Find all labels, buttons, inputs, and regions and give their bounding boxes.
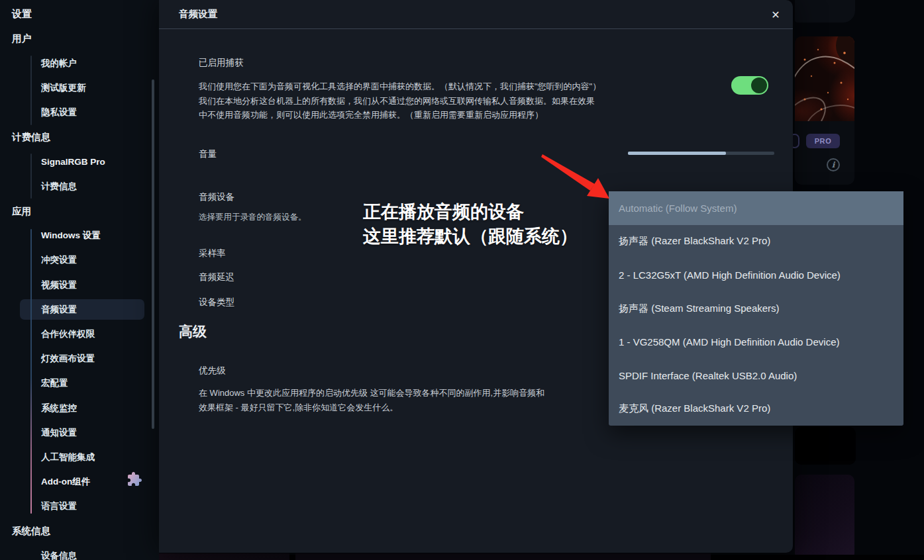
annotation-text: 正在播放音频的设备 这里推荐默认（跟随系统） [363, 200, 578, 249]
capture-enabled-label: 已启用捕获 [199, 57, 244, 69]
sidebar-item-notification-settings[interactable]: 通知设置 [0, 420, 159, 445]
sidebar-item-ai-integration[interactable]: 人工智能集成 [0, 445, 159, 469]
volume-slider-fill [628, 152, 726, 155]
sidebar-group-line-app [30, 229, 32, 514]
sidebar-item-lighting-canvas[interactable]: 灯效画布设置 [0, 347, 159, 371]
sidebar-section-app: 应用 [0, 199, 159, 224]
capture-description: 我们使用您在下面为音频可视化工具选择的界面中捕获的数据。（默认情况下，我们捕获"… [199, 79, 633, 122]
sidebar-item-device-info[interactable]: 设备信息 [0, 543, 159, 560]
annotation-arrow-icon [534, 152, 613, 207]
puzzle-icon [127, 471, 142, 487]
volume-label: 音量 [199, 148, 217, 160]
audio-latency-label: 音频延迟 [199, 271, 234, 283]
sidebar-item-signalrgb-pro[interactable]: SignalRGB Pro [0, 150, 159, 174]
sidebar-item-audio-settings[interactable]: 音频设置 [20, 299, 144, 320]
dialog-title: 音频设置 [179, 0, 217, 28]
sidebar-item-my-account[interactable]: 我的帐户 [0, 51, 159, 75]
sidebar-item-conflict-settings[interactable]: 冲突设置 [0, 248, 159, 273]
sidebar-section-system-info: 系统信息 [0, 519, 159, 543]
effect-preview-art [795, 36, 854, 121]
dialog-header: 音频设置 ✕ [159, 0, 793, 29]
volume-slider[interactable] [628, 152, 774, 155]
sidebar-section-user: 用户 [0, 26, 159, 51]
capture-toggle[interactable] [731, 76, 768, 95]
priority-label: 优先级 [199, 365, 226, 377]
dropdown-option-lc32g5xt[interactable]: 2 - LC32G5xT (AMD High Definition Audio … [609, 258, 903, 292]
dropdown-option-spdif[interactable]: SPDIF Interface (Realtek USB2.0 Audio) [609, 359, 903, 393]
sidebar-item-language-settings[interactable]: 语言设置 [0, 494, 159, 519]
toggle-knob [751, 77, 767, 93]
sidebar-item-billing-info[interactable]: 计费信息 [0, 174, 159, 199]
sidebar-item-partner-permissions[interactable]: 合作伙伴权限 [0, 322, 159, 346]
sidebar-title: 设置 [0, 2, 159, 26]
dropdown-option-speakers-blackshark[interactable]: 扬声器 (Razer BlackShark V2 Pro) [609, 225, 903, 259]
background-bottom-card-right [295, 553, 711, 560]
effect-preview-image [795, 36, 854, 121]
sidebar-scrollbar[interactable] [152, 79, 154, 429]
background-card-black [795, 427, 856, 465]
audio-device-label: 音频设备 [199, 191, 234, 203]
dropdown-option-vg258qm[interactable]: 1 - VG258QM (AMD High Definition Audio D… [609, 325, 903, 359]
dropdown-option-automatic[interactable]: Automatic (Follow System) [609, 191, 903, 225]
background-top-card [795, 0, 855, 23]
audio-device-dropdown: Automatic (Follow System) 扬声器 (Razer Bla… [609, 191, 903, 426]
dropdown-option-microphone-blackshark[interactable]: 麦克风 (Razer BlackShark V2 Pro) [609, 392, 903, 426]
sample-rate-label: 采样率 [199, 248, 226, 259]
sidebar-item-beta-updates[interactable]: 测试版更新 [0, 76, 159, 101]
sidebar-item-video-settings[interactable]: 视频设置 [0, 273, 159, 297]
pro-badge: PRO [806, 134, 840, 148]
sidebar-group-line-billing [30, 154, 32, 199]
close-icon[interactable]: ✕ [768, 7, 783, 22]
dropdown-option-steam-streaming[interactable]: 扬声器 (Steam Streaming Speakers) [609, 292, 903, 326]
background-bottom-card-left [159, 553, 289, 560]
sidebar-item-windows-settings[interactable]: Windows 设置 [0, 224, 159, 248]
background-card-purple [795, 475, 854, 560]
annotation-line1: 正在播放音频的设备 [363, 200, 578, 224]
sidebar-item-privacy[interactable]: 隐私设置 [0, 101, 159, 125]
priority-description: 在 Windows 中更改此应用程序的启动优先级 这可能会导致各种不同的副作用,… [199, 386, 609, 414]
info-icon[interactable]: i [827, 158, 840, 171]
settings-sidebar: 设置 用户 我的帐户 测试版更新 隐私设置 计费信息 SignalRGB Pro… [0, 0, 159, 560]
sidebar-group-line-user [30, 56, 32, 125]
background-effect-card [795, 36, 854, 185]
sidebar-section-billing: 计费信息 [0, 125, 159, 150]
advanced-heading: 高级 [179, 322, 207, 341]
annotation-line2: 这里推荐默认（跟随系统） [363, 224, 578, 249]
device-type-label: 设备类型 [199, 297, 234, 308]
sidebar-item-macro-config[interactable]: 宏配置 [0, 371, 159, 396]
sidebar-item-system-monitor[interactable]: 系统监控 [0, 396, 159, 420]
